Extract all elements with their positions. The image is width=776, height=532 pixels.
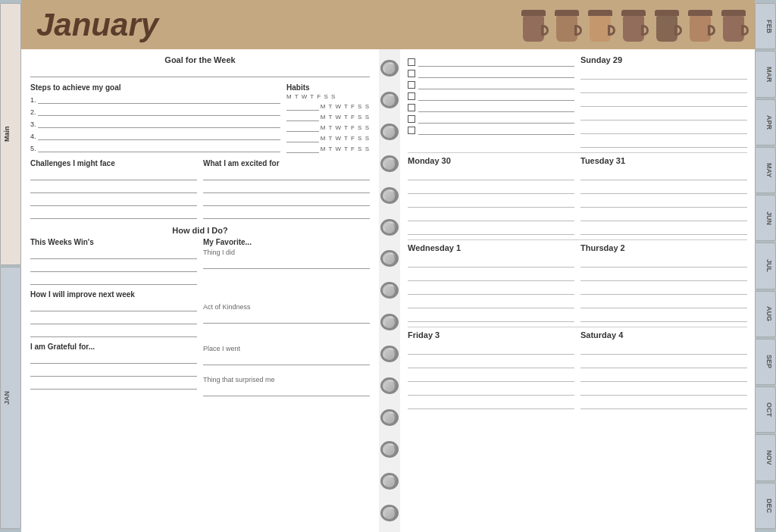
friday-line-1[interactable] — [408, 343, 574, 355]
wednesday-line-2[interactable] — [408, 269, 574, 281]
ring-12 — [380, 409, 399, 426]
grateful-line-2[interactable] — [30, 366, 197, 377]
tab-mar[interactable]: MAR — [755, 51, 776, 97]
checkbox-4[interactable] — [408, 92, 415, 100]
monday-line-4[interactable] — [408, 209, 574, 221]
challenge-line-2[interactable] — [30, 183, 197, 193]
checkbox-5[interactable] — [408, 104, 415, 111]
challenge-line-4[interactable] — [30, 208, 197, 219]
challenges-col: Challenges I might face — [30, 159, 197, 221]
excited-line-3[interactable] — [203, 196, 370, 206]
thursday-line-4[interactable] — [580, 296, 747, 308]
wednesday-line-1[interactable] — [408, 255, 574, 268]
wednesday-line-4[interactable] — [408, 296, 574, 308]
habit-row-6: M T W T F S S — [286, 144, 370, 153]
step-4: 4. — [30, 130, 280, 140]
saturday-label: Saturday 4 — [580, 330, 747, 340]
challenge-line-1[interactable] — [30, 170, 197, 180]
wednesday-line-3[interactable] — [408, 283, 574, 295]
habit-row-4: M T W T F S S — [286, 123, 370, 132]
monday-line-1[interactable] — [408, 168, 574, 180]
tab-aug[interactable]: AUG — [755, 291, 776, 337]
surprised-line[interactable] — [203, 386, 370, 396]
tuesday-line-2[interactable] — [580, 182, 747, 194]
sunday-line-2[interactable] — [580, 81, 747, 93]
challenges-row: Challenges I might face What I am excite… — [30, 159, 370, 221]
ring-4 — [380, 155, 399, 172]
saturday-line-3[interactable] — [580, 370, 747, 382]
tuesday-line-5[interactable] — [580, 223, 747, 235]
thursday-line-3[interactable] — [580, 283, 747, 295]
improve-line-2[interactable] — [30, 314, 197, 324]
wins-line-2[interactable] — [30, 261, 197, 272]
monday-line-3[interactable] — [408, 196, 574, 208]
checkbox-1[interactable] — [408, 58, 415, 66]
tab-jul[interactable]: JUL — [755, 243, 776, 289]
sunday-line-5[interactable] — [580, 122, 747, 134]
place-line[interactable] — [203, 355, 370, 365]
tab-apr[interactable]: APR — [755, 99, 776, 146]
grateful-label: I am Grateful for... — [30, 343, 197, 351]
grateful-line-1[interactable] — [30, 353, 197, 364]
tab-nov[interactable]: NOV — [755, 434, 776, 480]
tab-feb[interactable]: FEB — [755, 3, 776, 49]
tab-jan[interactable]: JAN — [0, 267, 21, 529]
sunday-line-1[interactable] — [580, 67, 747, 80]
checkbox-2[interactable] — [408, 70, 415, 77]
tuesday-line-3[interactable] — [580, 196, 747, 208]
thursday-line-1[interactable] — [580, 255, 747, 268]
thursday-line-5[interactable] — [580, 310, 747, 322]
tuesday-line-4[interactable] — [580, 209, 747, 221]
saturday-line-1[interactable] — [580, 343, 747, 355]
habit-row-1: M T W T F S S — [286, 93, 370, 100]
checkbox-3[interactable] — [408, 81, 415, 89]
tab-may[interactable]: MAY — [755, 147, 776, 193]
thursday-col: Thursday 2 — [580, 243, 747, 324]
goal-label: Goal for the Week — [30, 55, 370, 64]
fav-thing-line[interactable] — [203, 258, 370, 269]
grateful-col: I am Grateful for... — [30, 343, 197, 399]
saturday-line-4[interactable] — [580, 383, 747, 396]
sunday-line-4[interactable] — [580, 108, 747, 120]
tuesday-line-1[interactable] — [580, 168, 747, 180]
sunday-label: Sunday 29 — [580, 55, 747, 64]
excited-line-2[interactable] — [203, 183, 370, 193]
grateful-line-3[interactable] — [30, 379, 197, 390]
improve-line-1[interactable] — [30, 301, 197, 311]
saturday-line-5[interactable] — [580, 397, 747, 409]
friday-line-4[interactable] — [408, 383, 574, 396]
kindness-col: Act of Kindness — [203, 290, 370, 340]
excited-line-4[interactable] — [203, 208, 370, 219]
tab-dec[interactable]: DEC — [755, 483, 776, 529]
place-row: I am Grateful for... Place I went Thing … — [30, 343, 370, 399]
kindness-line[interactable] — [203, 313, 370, 324]
tab-sep[interactable]: SEP — [755, 339, 776, 385]
goal-line[interactable] — [30, 67, 370, 77]
monday-line-5[interactable] — [408, 223, 574, 235]
wins-line-3[interactable] — [30, 274, 197, 285]
place-col: Place I went Thing that surprised me — [203, 343, 370, 399]
tab-oct[interactable]: OCT — [755, 386, 776, 433]
checkbox-6[interactable] — [408, 115, 415, 123]
wins-col: This Weeks Win's — [30, 238, 197, 287]
challenge-line-3[interactable] — [30, 196, 197, 206]
improve-line-3[interactable] — [30, 327, 197, 337]
left-page: Goal for the Week Steps to achieve my go… — [21, 49, 379, 532]
friday-line-5[interactable] — [408, 397, 574, 409]
coffee-cup-3 — [587, 8, 614, 42]
checkbox-7[interactable] — [408, 127, 415, 134]
saturday-line-2[interactable] — [580, 356, 747, 368]
friday-line-3[interactable] — [408, 370, 574, 382]
wednesday-line-5[interactable] — [408, 310, 574, 322]
excited-line-1[interactable] — [203, 170, 370, 180]
monday-line-2[interactable] — [408, 182, 574, 194]
tab-jun[interactable]: JUN — [755, 195, 776, 241]
sunday-line-3[interactable] — [580, 95, 747, 107]
step-3: 3. — [30, 117, 280, 128]
wins-line-1[interactable] — [30, 249, 197, 259]
tab-main[interactable]: Main — [0, 3, 21, 265]
thursday-line-2[interactable] — [580, 269, 747, 281]
sunday-line-6[interactable] — [580, 136, 747, 148]
friday-line-2[interactable] — [408, 356, 574, 368]
coffee-cup-5 — [653, 8, 681, 42]
